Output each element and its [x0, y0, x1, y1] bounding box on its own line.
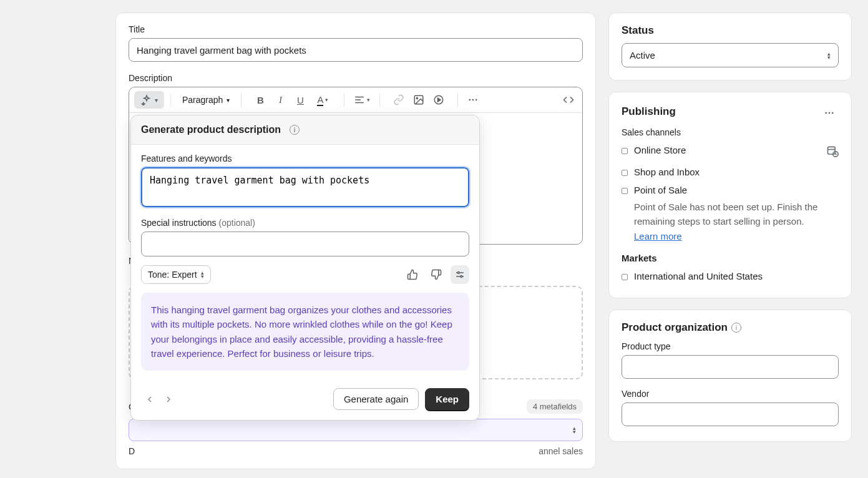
channel-sales-fragment: annel sales	[539, 446, 583, 456]
align-button[interactable]: ▾	[351, 91, 373, 109]
link-icon	[393, 94, 404, 105]
svg-point-9	[475, 99, 477, 101]
align-left-icon	[354, 94, 365, 105]
editor-toolbar: ▾ Paragraph ▾ B I U A▾	[129, 87, 582, 113]
next-suggestion-button[interactable]	[160, 391, 177, 408]
tone-label: Tone: Expert	[148, 270, 197, 280]
settings-sliders-button[interactable]	[451, 265, 469, 284]
markets-value: International and United States	[634, 271, 763, 281]
svg-point-13	[461, 276, 462, 278]
publishing-more-button[interactable]	[820, 104, 839, 122]
tone-selector[interactable]: Tone: Expert ▴▾	[141, 265, 211, 284]
product-organization-card: Product organization i Product type Vend…	[608, 310, 852, 442]
code-icon	[563, 94, 574, 105]
market-item: International and United States	[622, 267, 839, 285]
svg-point-8	[472, 99, 474, 101]
title-input[interactable]	[129, 38, 583, 62]
status-heading: Status	[622, 24, 839, 37]
product-type-input[interactable]	[622, 355, 839, 379]
schedule-icon[interactable]	[826, 145, 839, 159]
category-select[interactable]: ▴▾	[129, 419, 583, 441]
description-label: Description	[129, 73, 583, 83]
more-button[interactable]	[464, 91, 482, 109]
vendor-label: Vendor	[622, 389, 839, 399]
paragraph-style-label: Paragraph	[182, 95, 223, 105]
product-card: Title Description ▾ Paragraph ▾	[115, 12, 596, 469]
channel-shop-inbox: Shop and Inbox	[622, 163, 839, 181]
title-label: Title	[129, 24, 583, 34]
special-instructions-label: Special instructions (optional)	[141, 218, 469, 228]
thumbs-up-icon	[407, 269, 418, 280]
image-icon	[413, 94, 424, 105]
ai-popup-header: Generate product description i	[131, 115, 479, 145]
html-view-button[interactable]	[560, 91, 577, 109]
svg-point-11	[457, 272, 459, 274]
underline-button[interactable]: U	[291, 91, 309, 109]
image-button[interactable]	[410, 91, 427, 109]
channel-bullet-icon	[622, 274, 628, 280]
sparkle-icon	[141, 94, 152, 105]
product-type-label: Product type	[622, 341, 839, 351]
keep-button[interactable]: Keep	[425, 388, 469, 410]
dots-horizontal-icon	[824, 107, 835, 119]
svg-marker-6	[438, 98, 441, 102]
bold-button[interactable]: B	[251, 91, 269, 109]
metafields-badge[interactable]: 4 metafields	[527, 399, 583, 414]
sales-channels-label: Sales channels	[622, 127, 839, 137]
ai-magic-button[interactable]: ▾	[134, 91, 164, 109]
channel-bullet-icon	[622, 188, 628, 194]
svg-point-7	[469, 99, 471, 101]
sliders-icon	[454, 269, 466, 280]
channel-bullet-icon	[622, 170, 628, 176]
status-select[interactable]: Active ▴▾	[622, 43, 839, 67]
features-label: Features and keywords	[141, 154, 469, 163]
publishing-heading: Publishing	[622, 105, 676, 118]
paragraph-style-select[interactable]: Paragraph ▾	[177, 92, 235, 107]
channel-name: Point of Sale	[634, 185, 839, 195]
svg-line-21	[836, 154, 837, 155]
markets-label: Markets	[622, 253, 839, 263]
special-instructions-input[interactable]	[141, 232, 469, 256]
info-icon[interactable]: i	[290, 125, 300, 135]
determines-label-truncated: D	[129, 446, 135, 456]
vendor-input[interactable]	[622, 402, 839, 426]
info-icon[interactable]: i	[731, 323, 741, 333]
video-button[interactable]	[430, 91, 447, 109]
svg-point-4	[417, 97, 418, 99]
publishing-card: Publishing Sales channels Online Store S…	[608, 92, 852, 298]
product-organization-heading: Product organization	[622, 321, 728, 334]
text-color-button[interactable]: A▾	[311, 91, 334, 109]
channel-name: Shop and Inbox	[634, 167, 700, 177]
dots-horizontal-icon	[467, 94, 479, 105]
channel-point-of-sale: Point of Sale	[622, 181, 839, 199]
svg-rect-17	[828, 147, 836, 154]
thumbs-down-icon	[431, 269, 442, 280]
ai-generate-popup: Generate product description i Features …	[130, 115, 480, 421]
status-card: Status Active ▴▾	[608, 12, 852, 80]
chevron-left-icon	[145, 394, 155, 404]
channel-online-store: Online Store	[622, 141, 839, 163]
description-editor: ▾ Paragraph ▾ B I U A▾	[129, 87, 583, 245]
italic-button[interactable]: I	[271, 91, 289, 109]
features-input[interactable]	[141, 167, 469, 207]
status-value: Active	[630, 50, 655, 61]
generated-description: This hanging travel garment bag organize…	[141, 293, 469, 371]
thumbs-down-button[interactable]	[427, 265, 446, 284]
pos-setup-message: Point of Sale has not been set up. Finis…	[634, 200, 839, 228]
link-button[interactable]	[390, 91, 407, 109]
channel-bullet-icon	[622, 148, 628, 154]
channel-name: Online Store	[634, 145, 820, 155]
thumbs-up-button[interactable]	[403, 265, 422, 284]
svg-point-15	[829, 112, 831, 114]
generate-again-button[interactable]: Generate again	[333, 388, 419, 410]
chevron-right-icon	[163, 394, 173, 404]
prev-suggestion-button[interactable]	[141, 391, 158, 408]
video-icon	[433, 94, 444, 105]
ai-popup-title: Generate product description	[141, 124, 281, 135]
learn-more-link[interactable]: Learn more	[634, 231, 682, 241]
svg-point-16	[832, 112, 834, 114]
svg-point-14	[825, 112, 827, 114]
